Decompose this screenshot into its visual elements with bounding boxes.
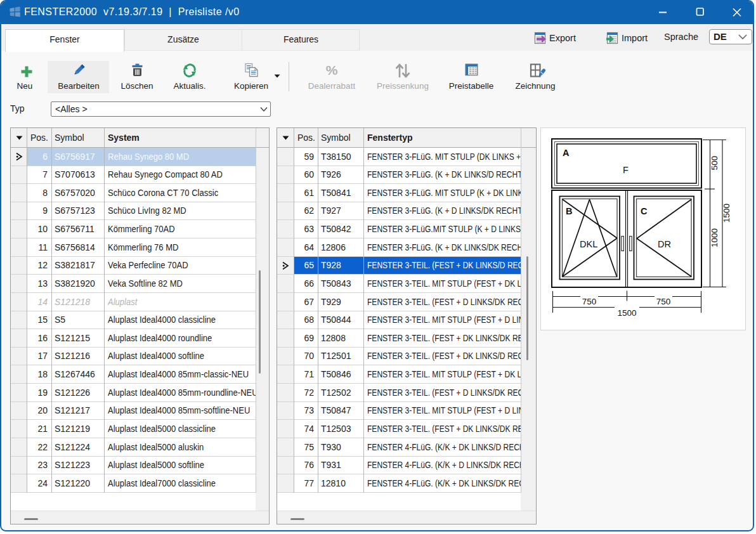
svg-text:1500: 1500: [617, 308, 636, 318]
svg-text:A: A: [563, 148, 570, 158]
svg-text:1500: 1500: [722, 204, 731, 223]
svg-text:DKL: DKL: [580, 239, 597, 249]
svg-text:C: C: [641, 206, 648, 216]
svg-text:F: F: [623, 165, 629, 175]
svg-text:750: 750: [582, 297, 597, 306]
svg-text:500: 500: [710, 156, 719, 171]
svg-text:B: B: [566, 206, 572, 216]
svg-text:DR: DR: [658, 239, 671, 249]
svg-text:1000: 1000: [710, 228, 719, 247]
svg-text:750: 750: [656, 297, 671, 306]
